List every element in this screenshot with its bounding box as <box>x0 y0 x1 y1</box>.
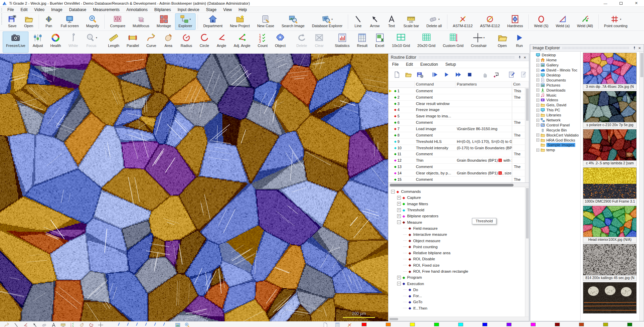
column-header-command[interactable]: Command <box>415 81 455 88</box>
expander-plus-icon[interactable]: + <box>397 196 401 200</box>
thumbnail-item[interactable]: 1000x DMC2900 Full Frame 3.1 <box>583 167 637 205</box>
expander-plus-icon[interactable]: + <box>397 202 401 206</box>
area-button[interactable]: Area <box>160 32 177 53</box>
column-header-con[interactable]: Con <box>512 81 529 88</box>
expander-minus-icon[interactable]: − <box>391 190 395 194</box>
command-tree-item[interactable]: +◆Image filters <box>388 201 529 207</box>
command-tree-item[interactable]: +◆Bitplane operators <box>388 213 529 219</box>
image-viewer[interactable]: 200 µm <box>0 54 388 321</box>
20x20-grid-button[interactable]: 20x20 Grid <box>414 32 439 53</box>
folder-tree-item[interactable]: +HRA God Blocks <box>531 138 580 143</box>
curve-button[interactable]: Curve <box>143 32 159 53</box>
picture-icon[interactable] <box>175 322 180 327</box>
folder-tree-item[interactable]: +Gallery <box>531 63 580 68</box>
commands-tree-hscrollbar[interactable] <box>388 317 529 321</box>
command-tree-item[interactable]: ◆ROI, Fixed size <box>388 262 529 268</box>
bottom-tool-eraser-icon[interactable] <box>42 322 47 327</box>
chevron-down-icon[interactable]: ▾ <box>331 18 333 21</box>
color-swatch[interactable] <box>579 323 584 326</box>
hardness-button[interactable]: Hardness <box>504 13 526 30</box>
image-explorer-titlebar[interactable]: Image Explorer ✕ <box>530 45 644 52</box>
close-button[interactable]: ✕ <box>629 0 644 6</box>
routine-tool-rffwd[interactable] <box>455 71 462 78</box>
bottom-tool-area-icon[interactable] <box>79 322 85 327</box>
run-button[interactable]: Run <box>511 32 528 53</box>
routine-menu-setup[interactable]: Setup <box>442 62 460 67</box>
color-swatch[interactable] <box>362 323 367 326</box>
count-button[interactable]: 123Count <box>254 32 271 53</box>
color-swatch[interactable] <box>458 323 463 326</box>
thumbnail-item[interactable]: Head interior100X.jpg (N/A) <box>583 206 637 243</box>
routine-tool-rstep[interactable] <box>432 71 438 78</box>
routine-step-row[interactable]: ◆9Threshold HLSH=(0-0), L=(0-170), S=(0-… <box>388 139 525 145</box>
command-tree-item[interactable]: ◆Do <box>388 287 529 293</box>
scrollbar-thumb[interactable] <box>526 188 529 238</box>
routine-table-vscrollbar[interactable] <box>525 88 529 182</box>
expander-plus-icon[interactable]: + <box>536 94 539 97</box>
close-icon[interactable]: ✕ <box>522 55 528 60</box>
department-button[interactable]: Department <box>200 13 226 30</box>
scrollbar-thumb[interactable] <box>526 89 529 121</box>
database-explorer-button[interactable]: ▾Database Explorer <box>309 13 346 30</box>
thumbnail-canvas[interactable] <box>583 129 636 160</box>
thumbnail-image[interactable] <box>583 129 637 161</box>
clear-button[interactable]: Clear <box>311 32 327 53</box>
bottom-astm1-icon[interactable] <box>347 322 352 327</box>
thumbnail-canvas[interactable] <box>583 168 636 199</box>
pin-icon[interactable] <box>517 55 522 60</box>
menu-edit[interactable]: Edit <box>17 7 31 12</box>
thumbnail-image[interactable] <box>583 91 637 122</box>
command-tree-item[interactable]: ◆Point counting <box>388 244 529 250</box>
bottom-tool-scalebar-icon[interactable]: 100 <box>60 322 66 327</box>
thumbnail-canvas[interactable] <box>583 91 636 122</box>
command-tree-item[interactable]: +◆Program <box>388 274 529 280</box>
scale-bar-button[interactable]: 100Scale bar <box>400 13 422 30</box>
expander-plus-icon[interactable]: + <box>536 89 539 92</box>
color-swatch[interactable] <box>506 323 512 326</box>
command-tree-item[interactable]: ◆GoTo <box>388 299 529 305</box>
thumbnail-item[interactable]: 3 min dip .7A 45sec 20x.jpg (N <box>583 53 637 90</box>
expander-plus-icon[interactable]: + <box>536 74 539 77</box>
multifocus-button[interactable]: Multifocus <box>129 13 153 30</box>
expander-plus-icon[interactable]: + <box>536 149 539 152</box>
scrollbar-thumb[interactable] <box>640 53 643 77</box>
thumbnail-canvas[interactable] <box>583 53 636 84</box>
folder-tree-item[interactable]: Sample Images <box>531 143 580 148</box>
weld-a-button[interactable]: Weld (a) <box>552 13 573 30</box>
freeze-live-button[interactable]: Freeze/Live <box>3 32 29 53</box>
save-button[interactable]: Save <box>4 13 20 30</box>
adj-angle-button[interactable]: Adj. Angle <box>230 32 254 53</box>
column-header-marker[interactable] <box>388 81 415 88</box>
routine-editor-titlebar[interactable]: Routine Editor ✕ <box>388 54 529 61</box>
bottom-tool-line-icon[interactable] <box>13 322 19 327</box>
command-tree-item[interactable]: +◆Capture <box>388 195 529 201</box>
bottom-tool-text-icon[interactable] <box>51 322 56 327</box>
annotation-line-icon[interactable]: / <box>118 322 119 327</box>
montage-button[interactable]: Montage <box>153 13 174 30</box>
color-swatch[interactable] <box>482 323 487 326</box>
annotation-line-icon[interactable]: / <box>154 322 156 327</box>
thumbnail-item[interactable] <box>583 282 637 314</box>
weld-s-button[interactable]: Weld (S) <box>531 13 552 30</box>
routine-tool-run[interactable] <box>443 71 450 78</box>
menu-file[interactable]: File <box>4 7 17 12</box>
routine-step-row[interactable]: ▶◆1CommentThis <box>388 88 525 94</box>
menu-input-device[interactable]: Input device <box>174 7 203 12</box>
bottom-result-icon[interactable] <box>335 322 340 327</box>
color-swatch[interactable] <box>627 323 632 326</box>
annotation-line-icon[interactable]: / <box>145 322 147 327</box>
expander-plus-icon[interactable]: + <box>536 59 539 62</box>
command-tree-item[interactable]: ◆Interactive measure <box>388 231 529 237</box>
command-tree-item[interactable]: ◆ROI, Disable <box>388 256 529 262</box>
thumbnail-canvas[interactable] <box>583 282 636 313</box>
thumbnail-canvas[interactable] <box>583 244 636 275</box>
routine-tool-rnew[interactable] <box>393 71 400 78</box>
chevron-down-icon[interactable]: ▾ <box>483 36 485 39</box>
routine-step-row[interactable]: ◆8CommentThe <box>388 132 525 139</box>
folder-tree-item[interactable]: +Pictures <box>531 83 580 88</box>
delete-button[interactable]: Delete <box>293 32 311 53</box>
thumbnail-item[interactable]: s polarize c-210 20v 7p 5e.jpg <box>583 91 637 128</box>
expander-minus-icon[interactable]: − <box>397 282 401 285</box>
custom-grid-button[interactable]: Custom Grid <box>439 32 467 53</box>
routine-menu-execution[interactable]: Execution <box>417 62 442 67</box>
